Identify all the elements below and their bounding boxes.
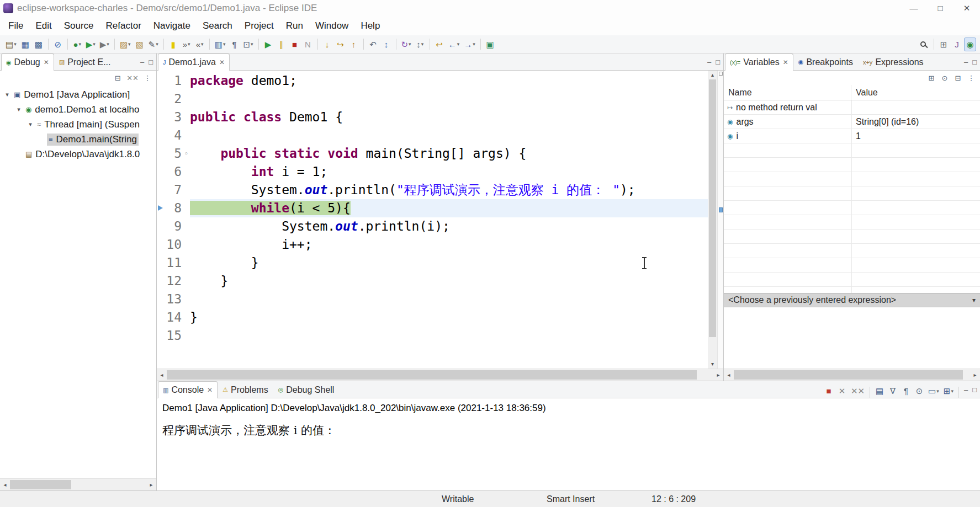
code-line-1[interactable]: 1package demo1;	[157, 72, 708, 90]
debug-tree-item-thread-main-suspen[interactable]: ▾≈Thread [main] (Suspen	[0, 117, 156, 132]
code-line-8[interactable]: 8 while(i < 5){	[157, 199, 708, 217]
code-line-9[interactable]: 9 System.out.println(i);	[157, 217, 708, 236]
tab-breakpoints[interactable]: ◉Breakpoints	[793, 54, 858, 70]
menu-window[interactable]: Window	[309, 20, 354, 31]
scroll-right-icon[interactable]: ▸	[970, 369, 980, 381]
last-edit-location-icon[interactable]: ↩	[433, 38, 446, 51]
resume-icon[interactable]: ▶	[262, 38, 274, 51]
disconnect-icon[interactable]: N	[302, 38, 314, 51]
minimize-view-icon[interactable]: –	[962, 386, 970, 394]
close-tab-icon[interactable]: ✕	[207, 386, 213, 394]
maximize-window-button[interactable]: □	[927, 0, 953, 17]
pin-console-icon[interactable]: ⊙	[913, 384, 925, 398]
open-console-view-icon[interactable]: ⊞▾	[942, 384, 955, 398]
variable-row-i[interactable]: ◉i1	[724, 129, 980, 143]
debug-tree-item-d-develop-java-jdk1-8-0[interactable]: ▤D:\Develop\Java\jdk1.8.0	[0, 147, 156, 162]
open-perspective-icon[interactable]: ⊞	[937, 38, 950, 51]
run-icon[interactable]: ▶▾	[84, 38, 97, 51]
scrollbar-thumb[interactable]	[10, 480, 71, 489]
code-editor[interactable]: 1package demo1;23public class Demo1 {45◦…	[157, 71, 708, 369]
code-line-6[interactable]: 6 int i = 1;	[157, 163, 708, 181]
menu-help[interactable]: Help	[354, 20, 386, 31]
scroll-left-icon[interactable]: ◂	[157, 369, 167, 381]
menu-source[interactable]: Source	[58, 20, 100, 31]
search-icon[interactable]	[918, 38, 930, 51]
code-line-2[interactable]: 2	[157, 90, 708, 108]
scroll-right-icon[interactable]: ▸	[146, 479, 156, 491]
scroll-down-icon[interactable]: ▾	[708, 360, 717, 369]
scroll-lock-icon[interactable]: ∇	[887, 384, 899, 398]
view-menu-icon[interactable]: ⋮	[965, 72, 977, 83]
open-type-icon[interactable]: ▧	[134, 38, 146, 51]
column-header-name[interactable]: Name	[724, 85, 851, 100]
save-all-icon[interactable]: ▩	[33, 38, 45, 51]
remove-all-launches-icon[interactable]: ✕✕	[849, 384, 866, 398]
current-line-marker-icon[interactable]	[719, 207, 723, 212]
code-line-3[interactable]: 3public class Demo1 {	[157, 108, 708, 126]
save-icon[interactable]: ▦	[19, 38, 31, 51]
code-line-12[interactable]: 12 }	[157, 272, 708, 290]
expression-combo[interactable]: <Choose a previously entered expression>…	[724, 293, 980, 307]
code-line-10[interactable]: 10 i++;	[157, 236, 708, 254]
step-over-icon[interactable]: ↪	[335, 38, 347, 51]
code-line-7[interactable]: 7 System.out.println("程序调试演示，注意观察 i 的值： …	[157, 181, 708, 199]
debug-hscrollbar[interactable]: ◂▸	[0, 478, 156, 490]
open-new-view-icon[interactable]: ▣	[484, 38, 496, 51]
collapse-all-icon[interactable]: ⊟	[112, 72, 124, 83]
view-menu-icon[interactable]: ⋮	[141, 72, 153, 83]
code-line-4[interactable]: 4	[157, 126, 708, 145]
code-line-13[interactable]: 13	[157, 290, 708, 308]
show-whitespace-icon[interactable]: ¶	[228, 38, 240, 51]
remove-launch-icon[interactable]: ✕	[836, 384, 848, 398]
tree-expander-icon[interactable]: ▾	[2, 91, 12, 98]
debug-tree-item-demo1-main-string[interactable]: ≡Demo1.main(String	[0, 132, 156, 147]
minimize-view-icon[interactable]: –	[705, 58, 713, 66]
maximize-view-icon[interactable]: □	[970, 386, 979, 394]
terminate-icon[interactable]: ■	[823, 384, 835, 398]
variable-row-args[interactable]: ◉argsString[0] (id=16)	[724, 115, 980, 129]
tab-variables[interactable]: (x)=Variables✕	[725, 54, 793, 71]
code-line-14[interactable]: 14}	[157, 308, 708, 327]
scrollbar-thumb[interactable]	[734, 370, 963, 380]
mark-occurrences-icon[interactable]: ▮	[167, 38, 179, 51]
drop-to-frame-icon[interactable]: ↶	[367, 38, 379, 51]
next-annotation-icon[interactable]: »▾	[181, 38, 193, 51]
terminate-icon[interactable]: ■	[289, 38, 301, 51]
minimize-window-button[interactable]: —	[900, 0, 927, 17]
close-tab-icon[interactable]: ✕	[44, 58, 49, 66]
display-selected-console-icon[interactable]: ▭▾	[926, 384, 941, 398]
tab-expressions[interactable]: x+yExpressions	[858, 54, 929, 70]
menu-refactor[interactable]: Refactor	[100, 20, 147, 31]
show-logical-structures-icon[interactable]: ⊙	[939, 72, 951, 83]
menu-project[interactable]: Project	[239, 20, 280, 31]
remove-all-terminated-icon[interactable]: ✕✕	[125, 72, 140, 83]
collapse-all-icon[interactable]: ⊟	[952, 72, 964, 83]
minimize-view-icon[interactable]: –	[138, 58, 146, 66]
tab-debug-shell[interactable]: ◎Debug Shell	[273, 381, 340, 398]
chevron-down-icon[interactable]: ▾	[972, 296, 976, 304]
annotate-icon[interactable]: ✎▾	[147, 38, 160, 51]
tree-expander-icon[interactable]: ▾	[14, 106, 24, 113]
scroll-right-icon[interactable]: ▸	[713, 369, 723, 381]
editor-hscrollbar[interactable]: ◂▸	[157, 369, 723, 381]
java-perspective-icon[interactable]: J	[951, 38, 963, 51]
tab-debug[interactable]: ◉Debug✕	[1, 54, 54, 71]
back-icon[interactable]: ←▾	[447, 38, 462, 51]
suspend-icon[interactable]: ∥	[276, 38, 288, 51]
external-tools-icon[interactable]: ▶▾	[98, 38, 111, 51]
debug-tree-item-demo1-demo1-at-localho[interactable]: ▾◉demo1.Demo1 at localho	[0, 102, 156, 117]
overview-ruler[interactable]	[717, 71, 723, 369]
sort-icon[interactable]: ↕▾	[414, 38, 426, 51]
code-line-5[interactable]: 5◦ public static void main(String[] args…	[157, 145, 708, 163]
variables-detail-pane[interactable]	[724, 307, 980, 369]
open-console-icon[interactable]: ▥▾	[213, 38, 227, 51]
variable-row-no-method-return-val[interactable]: ↦no method return val	[724, 100, 980, 115]
menu-edit[interactable]: Edit	[29, 20, 57, 31]
scroll-left-icon[interactable]: ◂	[724, 369, 734, 381]
step-return-icon[interactable]: ↑	[348, 38, 360, 51]
profile-icon[interactable]: ↻▾	[400, 38, 413, 51]
open-task-icon[interactable]: ▨▾	[118, 38, 133, 51]
maximize-view-icon[interactable]: □	[713, 58, 722, 66]
scroll-left-icon[interactable]: ◂	[0, 479, 10, 491]
overview-ruler-header-icon[interactable]	[719, 72, 723, 76]
